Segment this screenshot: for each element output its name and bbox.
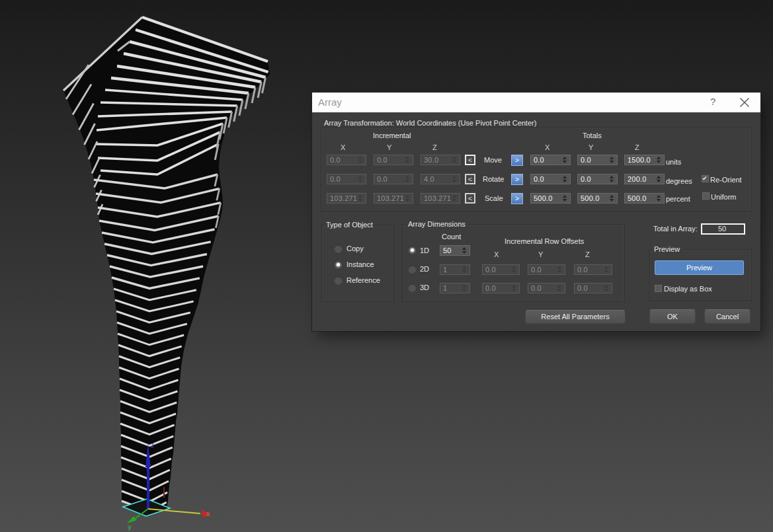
svg-text:x: x	[206, 510, 210, 517]
svg-text:y: y	[128, 523, 132, 531]
svg-text:z: z	[151, 441, 154, 449]
